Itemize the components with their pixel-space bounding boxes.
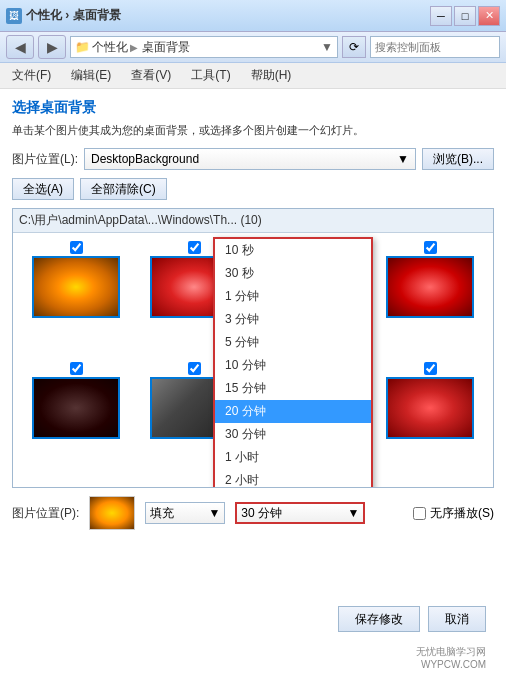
dropdown-item-10min[interactable]: 10 分钟 xyxy=(215,354,371,377)
breadcrumb-sep: › xyxy=(65,8,72,22)
selection-buttons: 全选(A) 全部清除(C) xyxy=(12,178,494,200)
list-item xyxy=(371,358,489,479)
image-checkbox-4[interactable] xyxy=(424,241,437,254)
location-label: 图片位置(L): xyxy=(12,151,78,168)
image-thumb-1[interactable] xyxy=(32,256,120,318)
window-icon: 🖼 xyxy=(6,8,22,24)
list-item xyxy=(17,237,135,358)
image-thumb-8[interactable] xyxy=(386,377,474,439)
image-checkbox-5[interactable] xyxy=(70,362,83,375)
address-dropdown-icon[interactable]: ▼ xyxy=(321,40,333,54)
dropdown-item-5min[interactable]: 5 分钟 xyxy=(215,331,371,354)
dropdown-item-15min[interactable]: 15 分钟 xyxy=(215,377,371,400)
breadcrumb-part1: 个性化 xyxy=(26,8,62,22)
minimize-button[interactable]: ─ xyxy=(430,6,452,26)
location-value: DesktopBackground xyxy=(91,152,199,166)
position-arrow: ▼ xyxy=(208,506,220,520)
image-checkbox-8[interactable] xyxy=(424,362,437,375)
address-bar: 📁 个性化 ▶ 桌面背景 ▼ xyxy=(70,36,338,58)
page-description: 单击某个图片使其成为您的桌面背景，或选择多个图片创建一个幻灯片。 xyxy=(12,123,494,138)
cancel-button[interactable]: 取消 xyxy=(428,606,486,632)
menu-file[interactable]: 文件(F) xyxy=(8,65,55,86)
position-select[interactable]: 填充 ▼ xyxy=(145,502,225,524)
menu-edit[interactable]: 编辑(E) xyxy=(67,65,115,86)
main-content: 选择桌面背景 单击某个图片使其成为您的桌面背景，或选择多个图片创建一个幻灯片。 … xyxy=(0,89,506,682)
image-thumb-5[interactable] xyxy=(32,377,120,439)
dropdown-item-3min[interactable]: 3 分钟 xyxy=(215,308,371,331)
no-shuffle-label: 无序播放(S) xyxy=(430,505,494,522)
no-shuffle-checkbox[interactable] xyxy=(413,507,426,520)
dropdown-item-30sec[interactable]: 30 秒 xyxy=(215,262,371,285)
timer-select[interactable]: 30 分钟 ▼ xyxy=(235,502,365,524)
path-text: C:\用户\admin\AppData\...\Windows\Th... (1… xyxy=(19,212,262,229)
page-title: 选择桌面背景 xyxy=(12,99,494,117)
window: 🖼 个性化 › 桌面背景 ─ □ ✕ ◀ ▶ 📁 个性化 ▶ 桌面背景 xyxy=(0,0,506,682)
position-value: 填充 xyxy=(150,505,174,522)
clear-all-button[interactable]: 全部清除(C) xyxy=(80,178,167,200)
no-shuffle-option: 无序播放(S) xyxy=(413,505,494,522)
footer-buttons: 保存修改 取消 xyxy=(338,606,486,632)
maximize-button[interactable]: □ xyxy=(454,6,476,26)
menubar: 文件(F) 编辑(E) 查看(V) 工具(T) 帮助(H) xyxy=(0,63,506,89)
image-checkbox-2[interactable] xyxy=(188,241,201,254)
address-text-2: 桌面背景 xyxy=(142,39,190,56)
titlebar-left: 🖼 个性化 › 桌面背景 xyxy=(6,7,121,24)
position-label: 图片位置(P): xyxy=(12,505,79,522)
dropdown-item-1h[interactable]: 1 小时 xyxy=(215,446,371,469)
back-button[interactable]: ◀ xyxy=(6,35,34,59)
refresh-button[interactable]: ⟳ xyxy=(342,36,366,58)
address-icon: 📁 xyxy=(75,40,90,54)
list-item xyxy=(371,237,489,358)
dropdown-item-10sec[interactable]: 10 秒 xyxy=(215,239,371,262)
titlebar-buttons: ─ □ ✕ xyxy=(430,6,500,26)
save-button[interactable]: 保存修改 xyxy=(338,606,420,632)
image-thumb-4[interactable] xyxy=(386,256,474,318)
address-text-1: 个性化 xyxy=(92,39,128,56)
dropdown-item-1min[interactable]: 1 分钟 xyxy=(215,285,371,308)
image-grid-container: C:\用户\admin\AppData\...\Windows\Th... (1… xyxy=(12,208,494,488)
titlebar: 🖼 个性化 › 桌面背景 ─ □ ✕ xyxy=(0,0,506,32)
location-dropdown-arrow: ▼ xyxy=(397,152,409,166)
location-row: 图片位置(L): DesktopBackground ▼ 浏览(B)... xyxy=(12,148,494,170)
image-checkbox-1[interactable] xyxy=(70,241,83,254)
address-segment-2: 桌面背景 xyxy=(142,39,190,56)
search-box: 🔍 xyxy=(370,36,500,58)
menu-tools[interactable]: 工具(T) xyxy=(187,65,234,86)
breadcrumb-part2: 桌面背景 xyxy=(73,8,121,22)
dropdown-item-20min[interactable]: 20 分钟 xyxy=(215,400,371,423)
watermark: 无忧电脑学习网WYPCW.COM xyxy=(416,645,486,670)
address-arrow-1: ▶ xyxy=(130,42,138,53)
image-checkbox-6[interactable] xyxy=(188,362,201,375)
preview-thumb xyxy=(89,496,135,530)
bottom-section: 图片位置(P): 填充 ▼ 30 分钟 ▼ 无序播放(S) xyxy=(12,496,494,530)
menu-help[interactable]: 帮助(H) xyxy=(247,65,296,86)
forward-button[interactable]: ▶ xyxy=(38,35,66,59)
dropdown-item-30min[interactable]: 30 分钟 xyxy=(215,423,371,446)
window-title: 个性化 › 桌面背景 xyxy=(26,7,121,24)
toolbar: ◀ ▶ 📁 个性化 ▶ 桌面背景 ▼ ⟳ 🔍 xyxy=(0,32,506,63)
timer-arrow: ▼ xyxy=(347,506,359,520)
address-segment-1: 📁 个性化 ▶ xyxy=(75,39,138,56)
select-all-button[interactable]: 全选(A) xyxy=(12,178,74,200)
location-dropdown[interactable]: DesktopBackground ▼ xyxy=(84,148,416,170)
timer-dropdown-overlay: 10 秒 30 秒 1 分钟 3 分钟 5 分钟 10 分钟 15 分钟 20 … xyxy=(213,237,373,488)
dropdown-item-2h[interactable]: 2 小时 xyxy=(215,469,371,488)
browse-button[interactable]: 浏览(B)... xyxy=(422,148,494,170)
timer-value: 30 分钟 xyxy=(241,505,282,522)
close-button[interactable]: ✕ xyxy=(478,6,500,26)
list-item xyxy=(17,358,135,479)
menu-view[interactable]: 查看(V) xyxy=(127,65,175,86)
path-bar: C:\用户\admin\AppData\...\Windows\Th... (1… xyxy=(13,209,493,233)
search-input[interactable] xyxy=(375,41,506,53)
